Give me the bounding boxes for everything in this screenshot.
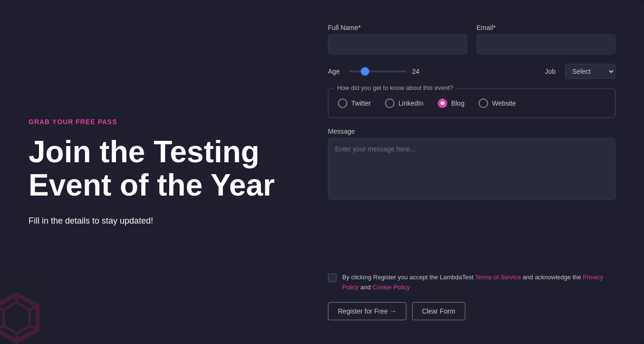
age-slider-container: 24 bbox=[349, 68, 536, 75]
email-input[interactable] bbox=[477, 34, 616, 54]
radio-option-linkedin[interactable]: LinkedIn bbox=[385, 98, 423, 108]
message-group: Message bbox=[328, 128, 615, 263]
logo-watermark bbox=[0, 292, 48, 344]
full-name-label: Full Name* bbox=[328, 24, 467, 31]
grab-label: GRAB YOUR FREE PASS bbox=[29, 118, 280, 126]
radio-website-label: Website bbox=[492, 99, 516, 107]
email-label: Email* bbox=[477, 24, 616, 31]
age-value: 24 bbox=[412, 68, 424, 75]
svg-marker-1 bbox=[4, 302, 30, 334]
radio-twitter-label: Twitter bbox=[351, 99, 371, 107]
terms-checkbox[interactable] bbox=[328, 274, 336, 282]
radio-website[interactable] bbox=[479, 98, 488, 108]
terms-text: By clicking Register you accept the Lamb… bbox=[342, 273, 615, 293]
full-name-group: Full Name* bbox=[328, 24, 467, 54]
cookie-policy-link[interactable]: Cookie Policy bbox=[373, 284, 410, 291]
main-title: Join the Testing Event of the Year bbox=[29, 135, 280, 202]
age-job-row: Age 24 Job Select Developer Tester Manag… bbox=[328, 64, 615, 79]
age-label: Age bbox=[328, 68, 340, 75]
radio-linkedin[interactable] bbox=[385, 98, 394, 108]
message-label: Message bbox=[328, 128, 615, 135]
radio-blog[interactable] bbox=[438, 98, 447, 108]
svg-line-7 bbox=[0, 306, 4, 310]
radio-option-blog[interactable]: Blog bbox=[438, 98, 464, 108]
message-textarea[interactable] bbox=[328, 138, 615, 200]
terms-text-mid: and acknowledge the bbox=[521, 274, 583, 281]
terms-row: By clicking Register you accept the Lamb… bbox=[328, 273, 615, 293]
button-row: Register for Free → Clear Form bbox=[328, 302, 615, 320]
terms-text-and: and bbox=[359, 284, 373, 291]
radio-twitter[interactable] bbox=[338, 98, 347, 108]
terms-text-before: By clicking Register you accept the Lamb… bbox=[342, 274, 475, 281]
register-button[interactable]: Register for Free → bbox=[328, 302, 406, 320]
name-email-row: Full Name* Email* bbox=[328, 24, 615, 54]
radio-options: Twitter LinkedIn Blog Website bbox=[338, 98, 606, 108]
svg-marker-0 bbox=[0, 295, 38, 342]
job-select[interactable]: Select Developer Tester Manager Designer bbox=[565, 64, 615, 79]
full-name-input[interactable] bbox=[328, 34, 467, 54]
logo-icon bbox=[0, 292, 43, 344]
left-panel: GRAB YOUR FREE PASS Join the Testing Eve… bbox=[0, 0, 309, 344]
age-slider[interactable] bbox=[349, 70, 406, 72]
svg-line-6 bbox=[0, 326, 4, 330]
radio-blog-label: Blog bbox=[451, 99, 464, 107]
radio-linkedin-label: LinkedIn bbox=[398, 99, 423, 107]
radio-option-twitter[interactable]: Twitter bbox=[338, 98, 371, 108]
radio-group-container: How did you get to know about this event… bbox=[328, 88, 615, 118]
job-label: Job bbox=[545, 68, 556, 75]
right-panel: Full Name* Email* Age 24 Job Select Deve… bbox=[309, 0, 644, 344]
radio-group-legend: How did you get to know about this event… bbox=[334, 84, 456, 91]
app-container: GRAB YOUR FREE PASS Join the Testing Eve… bbox=[0, 0, 644, 344]
terms-of-service-link[interactable]: Terms of Service bbox=[475, 274, 521, 281]
clear-form-button[interactable]: Clear Form bbox=[412, 302, 465, 320]
subtitle: Fill in the details to stay updated! bbox=[29, 216, 280, 226]
radio-option-website[interactable]: Website bbox=[479, 98, 516, 108]
email-group: Email* bbox=[477, 24, 616, 54]
